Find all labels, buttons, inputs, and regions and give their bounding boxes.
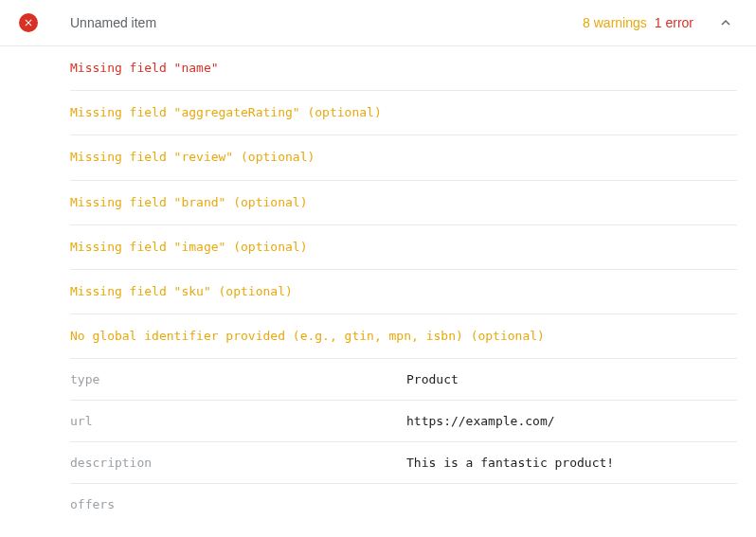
error-icon	[19, 13, 38, 32]
validation-message: Missing field "aggregateRating" (optiona…	[70, 91, 737, 135]
property-key: type	[70, 372, 406, 386]
property-value: https://example.com/	[406, 414, 737, 428]
item-header[interactable]: Unnamed item 8 warnings 1 error	[0, 0, 756, 46]
chevron-up-icon	[717, 14, 734, 31]
property-key: description	[70, 456, 406, 470]
property-row: descriptionThis is a fantastic product!	[70, 442, 737, 484]
validation-message: Missing field "image" (optional)	[70, 225, 737, 270]
validation-message: Missing field "review" (optional)	[70, 135, 737, 180]
property-value: Product	[406, 372, 737, 386]
validation-message: Missing field "url" (optional)	[70, 525, 737, 537]
property-key: url	[70, 414, 406, 428]
property-value: This is a fantastic product!	[406, 456, 737, 470]
property-row: offers	[70, 484, 737, 525]
item-counts: 8 warnings 1 error	[583, 15, 693, 30]
validation-message: Missing field "name"	[70, 46, 737, 91]
item-body: Missing field "name"Missing field "aggre…	[0, 46, 756, 537]
property-row: typeProduct	[70, 359, 737, 401]
collapse-toggle[interactable]	[714, 11, 737, 34]
validation-message: No global identifier provided (e.g., gti…	[70, 314, 737, 359]
property-row: urlhttps://example.com/	[70, 401, 737, 442]
item-title: Unnamed item	[70, 15, 583, 30]
validation-message: Missing field "sku" (optional)	[70, 270, 737, 314]
errors-count: 1 error	[655, 15, 693, 30]
warnings-count: 8 warnings	[583, 15, 647, 30]
property-value	[406, 497, 737, 511]
property-key: offers	[70, 497, 406, 511]
validation-message: Missing field "brand" (optional)	[70, 181, 737, 225]
